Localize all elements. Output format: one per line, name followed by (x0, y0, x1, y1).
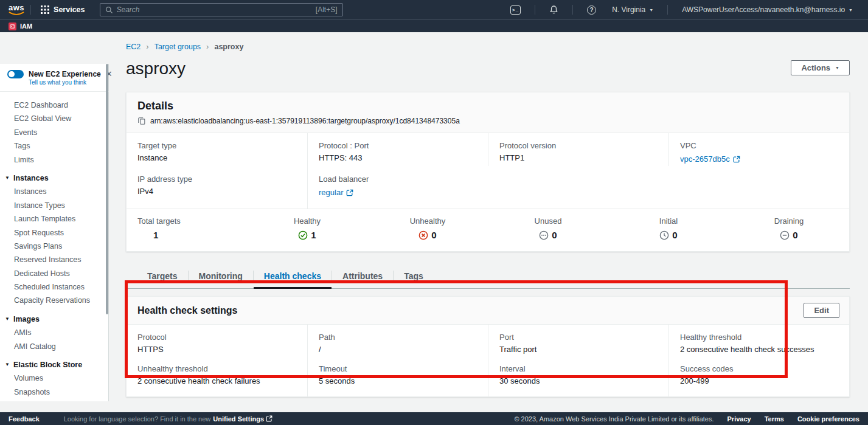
favorites-bar: IAM (0, 19, 868, 32)
summary-value: 1 (153, 230, 158, 240)
field-label: IP address type (137, 174, 296, 184)
aws-logo-text: aws (9, 4, 24, 12)
field-value: IPv4 (137, 187, 296, 196)
vpc-link-label: vpc-2657db5c (680, 154, 730, 164)
sidebar-section-elastic-block-store[interactable]: ▼Elastic Block Store (0, 358, 108, 371)
field-label: Protocol : Port (319, 141, 477, 150)
copy-icon[interactable] (137, 117, 146, 125)
ec2-sidebar: New EC2 Experience ✕ Tell us what you th… (0, 32, 109, 412)
region-selector[interactable]: N. Virginia ▼ (604, 5, 661, 14)
field-label: Interval (499, 364, 658, 373)
cookie-preferences-link[interactable]: Cookie preferences (797, 415, 859, 423)
tab-tags[interactable]: Tags (394, 265, 434, 288)
sidebar-section-instances[interactable]: ▼Instances (0, 171, 108, 185)
tab-attributes[interactable]: Attributes (332, 265, 393, 288)
target-group-arn: arn:aws:elasticloadbalancing:us-east-1:3… (150, 117, 460, 125)
sidebar-item-ec2-dashboard[interactable]: EC2 Dashboard (0, 98, 108, 112)
help-button[interactable]: ? (579, 5, 604, 15)
sidebar-item-snapshots[interactable]: Snapshots (0, 385, 108, 399)
field-value: 30 seconds (499, 376, 658, 385)
sidebar-item-spot-requests[interactable]: Spot Requests (0, 226, 108, 240)
summary-value: 0 (431, 230, 436, 240)
sidebar-item-scheduled-instances[interactable]: Scheduled Instances (0, 280, 108, 294)
field-value: HTTPS (137, 345, 296, 354)
sidebar-item-reserved-instances[interactable]: Reserved Instances (0, 253, 108, 266)
healthy-check-circle-icon (298, 230, 308, 240)
sidebar-item-volumes[interactable]: Volumes (0, 371, 108, 385)
iam-service-icon (9, 22, 16, 30)
summary-value: 1 (311, 230, 316, 240)
summary-value: 0 (672, 230, 677, 240)
sidebar-item-events[interactable]: Events (0, 126, 108, 139)
summary-total-targets: Total targets 1 (127, 216, 247, 240)
header-divider (535, 5, 535, 15)
feedback-link[interactable]: Tell us what you think (29, 79, 102, 86)
sidebar-item-limits[interactable]: Limits (0, 153, 108, 167)
breadcrumb-ec2[interactable]: EC2 (126, 43, 141, 51)
unified-settings-link[interactable]: Unified Settings (213, 415, 273, 423)
sidebar-item-ec2-global-view[interactable]: EC2 Global View (0, 112, 108, 125)
header-divider (30, 5, 31, 15)
feedback-button[interactable]: Feedback (9, 415, 40, 423)
draining-minus-circle-icon (780, 230, 790, 240)
breadcrumb-separator-icon: › (146, 42, 148, 51)
account-menu[interactable]: AWSPowerUserAccess/navaneeth.kn@harness.… (674, 5, 861, 14)
search-icon (105, 6, 113, 14)
vpc-link[interactable]: vpc-2657db5c (680, 154, 740, 164)
sidebar-item-dedicated-hosts[interactable]: Dedicated Hosts (0, 267, 108, 280)
field-value: HTTP1 (499, 153, 658, 162)
field-ip-address-type: IP address type IPv4 (127, 166, 307, 209)
sidebar-item-capacity-reservations[interactable]: Capacity Reservations (0, 294, 108, 307)
new-experience-toggle[interactable] (7, 70, 24, 78)
privacy-link[interactable]: Privacy (727, 415, 751, 423)
bell-icon (549, 5, 558, 15)
edit-button[interactable]: Edit (804, 303, 839, 318)
search-input[interactable] (117, 5, 312, 14)
top-navigation-bar: aws Services [Alt+S] >_ ? N. Virginia ▼ … (0, 0, 868, 19)
actions-button[interactable]: Actions ▼ (791, 60, 850, 75)
sidebar-item-launch-templates[interactable]: Launch Templates (0, 212, 108, 226)
new-experience-label: New EC2 Experience (29, 70, 101, 78)
aws-smile-icon (9, 12, 24, 16)
field-hc-port: Port Traffic port (488, 325, 668, 356)
page-title: asproxy (126, 59, 186, 78)
aws-logo[interactable]: aws (9, 4, 24, 16)
tab-targets[interactable]: Targets (137, 265, 188, 288)
terms-link[interactable]: Terms (765, 415, 784, 423)
sidebar-item-amis[interactable]: AMIs (0, 326, 108, 339)
new-experience-panel: New EC2 Experience ✕ Tell us what you th… (0, 64, 109, 92)
details-card: Details arn:aws:elasticloadbalancing:us-… (126, 92, 850, 252)
sidebar-item-savings-plans[interactable]: Savings Plans (0, 240, 108, 253)
field-hc-success-codes: Success codes 200-499 (668, 356, 849, 396)
field-value: 2 consecutive health check failures (137, 376, 296, 385)
favorite-iam[interactable]: IAM (9, 22, 32, 30)
external-link-icon (266, 415, 273, 422)
sidebar-item-instances[interactable]: Instances (0, 185, 108, 198)
sidebar-section-label: Images (13, 313, 40, 326)
load-balancer-link[interactable]: regular (319, 188, 353, 197)
chevron-down-icon: ▼ (649, 8, 653, 12)
breadcrumb-target-groups[interactable]: Target groups (155, 43, 201, 51)
health-check-settings-title: Health check settings (137, 305, 238, 316)
tab-health-checks[interactable]: Health checks (254, 265, 332, 288)
unified-settings-label: Unified Settings (213, 415, 264, 423)
caret-down-icon: ▼ (5, 362, 10, 367)
field-label: Target type (137, 141, 296, 150)
services-button[interactable]: Services (37, 5, 88, 14)
sidebar-item-instance-types[interactable]: Instance Types (0, 199, 108, 212)
summary-value: 0 (793, 230, 797, 240)
cloudshell-button[interactable]: >_ (502, 5, 529, 15)
sidebar-item-tags[interactable]: Tags (0, 139, 108, 153)
field-value: 200-499 (680, 376, 838, 385)
search-box[interactable]: [Alt+S] (100, 3, 343, 16)
summary-label: Unused (535, 216, 562, 226)
services-grid-icon (41, 5, 49, 14)
tab-monitoring[interactable]: Monitoring (189, 265, 253, 288)
sidebar-item-ami-catalog[interactable]: AMI Catalog (0, 340, 108, 353)
sidebar-section-images[interactable]: ▼Images (0, 313, 108, 326)
favorite-iam-label: IAM (20, 22, 32, 30)
sidebar-scrollbar[interactable] (106, 64, 108, 314)
notifications-button[interactable] (541, 5, 566, 15)
initial-clock-circle-icon (659, 230, 669, 240)
account-label: AWSPowerUserAccess/navaneeth.kn@harness.… (682, 5, 845, 14)
